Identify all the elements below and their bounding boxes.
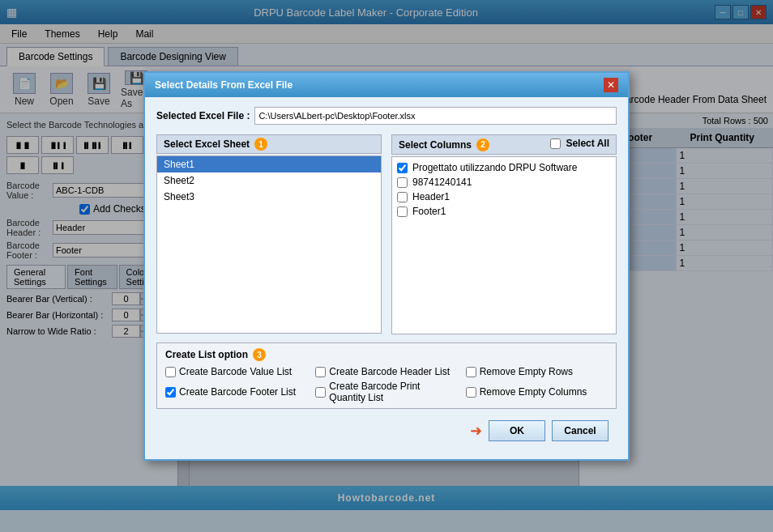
- excel-file-row: Selected Excel File :: [156, 107, 617, 125]
- select-sheet-label: Select Excel Sheet: [164, 138, 250, 150]
- column-section: Select Columns 2 Select All Progettato u…: [391, 134, 617, 334]
- sheet-list: Sheet1 Sheet2 Sheet3: [156, 155, 382, 334]
- col-item-2: Header1: [395, 189, 613, 204]
- column-section-header: Select Columns 2 Select All: [391, 134, 617, 155]
- col-label-0: Progettato utilizzando DRPU Software: [412, 162, 577, 173]
- modal-footer: ➜ OK Cancel: [156, 415, 617, 449]
- create-list-checkbox-3[interactable]: [165, 387, 176, 398]
- modal-title-bar: Select Details From Excel File ✕: [145, 73, 628, 97]
- sheet-section: Select Excel Sheet 1 Sheet1 Sheet2 Sheet…: [156, 134, 382, 334]
- col-checkbox-3[interactable]: [397, 206, 408, 217]
- create-list-label-2: Remove Empty Rows: [480, 366, 573, 377]
- step3-badge: 3: [253, 348, 266, 361]
- col-item-3: Footer1: [395, 204, 613, 219]
- create-list-item-2: Remove Empty Rows: [466, 366, 608, 377]
- excel-file-input[interactable]: [254, 107, 617, 125]
- modal-dialog: Select Details From Excel File ✕ Selecte…: [143, 71, 630, 461]
- create-list-label-5: Remove Empty Columns: [480, 386, 587, 398]
- create-list-checkbox-4[interactable]: [315, 387, 326, 398]
- col-checkbox-2[interactable]: [397, 192, 408, 202]
- select-all-checkbox[interactable]: [550, 138, 561, 149]
- create-list-checkbox-2[interactable]: [466, 367, 476, 377]
- create-list-label-1: Create Barcode Header List: [329, 366, 450, 377]
- col-label-2: Header1: [412, 191, 450, 202]
- column-list: Progettato utilizzando DRPU Software 987…: [391, 156, 617, 334]
- modal-close-button[interactable]: ✕: [604, 78, 618, 92]
- create-list-label-4: Create Barcode Print Quantity List: [329, 381, 457, 403]
- sheet-item-1[interactable]: Sheet2: [157, 172, 381, 189]
- col-checkbox-1[interactable]: [397, 177, 408, 188]
- step2-badge: 2: [476, 138, 489, 151]
- sheet-item-2[interactable]: Sheet3: [157, 189, 381, 205]
- modal-columns: Select Excel Sheet 1 Sheet1 Sheet2 Sheet…: [156, 134, 617, 334]
- select-all-row: Select All: [550, 138, 609, 149]
- create-list-item-1: Create Barcode Header List: [315, 366, 457, 377]
- cancel-button[interactable]: Cancel: [552, 420, 609, 441]
- column-header-left: Select Columns 2: [399, 138, 489, 151]
- arrow-icon: ➜: [470, 422, 482, 440]
- create-list-checkbox-0[interactable]: [165, 367, 176, 377]
- ok-button[interactable]: OK: [489, 420, 545, 441]
- col-label-1: 98741240141: [412, 177, 472, 188]
- select-all-label: Select All: [566, 138, 609, 149]
- create-list-item-4: Create Barcode Print Quantity List: [315, 381, 457, 403]
- create-list-label: Create List option: [165, 349, 248, 360]
- create-list-grid: Create Barcode Value List Create Barcode…: [165, 366, 608, 403]
- sheet-item-0[interactable]: Sheet1: [157, 156, 381, 172]
- step1-badge: 1: [254, 138, 267, 151]
- select-columns-label: Select Columns: [399, 139, 472, 151]
- modal-title: Select Details From Excel File: [155, 79, 293, 91]
- sheet-section-header: Select Excel Sheet 1: [156, 134, 382, 154]
- create-list-header: Create List option 3: [165, 348, 608, 361]
- create-list-label-0: Create Barcode Value List: [179, 366, 292, 377]
- create-list-section: Create List option 3 Create Barcode Valu…: [156, 343, 617, 409]
- create-list-checkbox-1[interactable]: [315, 367, 326, 377]
- create-list-label-3: Create Barcode Footer List: [179, 386, 296, 398]
- create-list-item-5: Remove Empty Columns: [466, 381, 608, 403]
- create-list-checkbox-5[interactable]: [466, 387, 476, 398]
- modal-body: Selected Excel File : Select Excel Sheet…: [145, 97, 628, 459]
- col-checkbox-0[interactable]: [397, 163, 408, 173]
- excel-file-label: Selected Excel File :: [156, 110, 250, 121]
- col-item-0: Progettato utilizzando DRPU Software: [395, 160, 613, 175]
- modal-overlay: Select Details From Excel File ✕ Selecte…: [0, 0, 773, 532]
- create-list-item-3: Create Barcode Footer List: [165, 381, 307, 403]
- create-list-item-0: Create Barcode Value List: [165, 366, 307, 377]
- col-label-3: Footer1: [412, 206, 446, 217]
- col-item-1: 98741240141: [395, 175, 613, 189]
